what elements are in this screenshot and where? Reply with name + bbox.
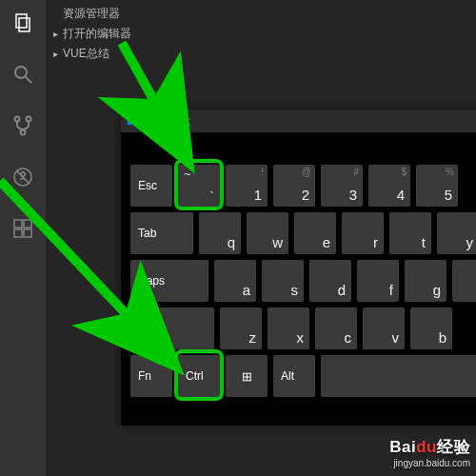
source-control-icon[interactable] [0,109,46,143]
chevron-right-icon: ▸ [53,49,63,59]
key-f[interactable]: f [357,260,399,302]
key-tab[interactable]: Tab [130,212,193,254]
key-w[interactable]: w [247,212,288,254]
svg-rect-12 [14,229,22,237]
activity-bar [0,0,46,476]
key-c[interactable]: c [315,307,357,349]
key-3[interactable]: #3 [321,165,363,207]
on-screen-keyboard-window: 屏幕键盘 Esc ~ ` !1 @2 #3 $4 %5 Tab q w e r … [121,109,476,426]
files-icon[interactable] [0,6,46,40]
watermark: Baidu经验 jingyan.baidu.com [389,436,470,468]
explorer-section-folder[interactable]: ▸ VUE总结 [46,44,476,64]
explorer-section-resources[interactable]: 资源管理器 [46,0,476,24]
svg-rect-10 [14,220,22,228]
search-icon[interactable] [0,57,46,91]
osk-titlebar[interactable]: 屏幕键盘 [121,109,476,132]
explorer-section-label: 资源管理器 [63,6,120,22]
key-backtick[interactable]: ~ ` [178,165,220,207]
keyboard-row-2: Tab q w e r t y [130,212,476,254]
explorer-section-label: 打开的编辑器 [63,26,131,42]
debug-icon[interactable] [0,160,46,194]
osk-body: Esc ~ ` !1 @2 #3 $4 %5 Tab q w e r t y C… [121,132,476,426]
key-b[interactable]: b [410,307,452,349]
key-caps[interactable]: Caps [130,260,208,302]
watermark-url: jingyan.baidu.com [389,458,470,468]
key-fn[interactable]: Fn [130,355,172,397]
keyboard-icon [127,116,140,126]
key-a[interactable]: a [214,260,256,302]
key-z[interactable]: z [220,307,262,349]
key-d[interactable]: d [309,260,351,302]
key-5[interactable]: %5 [416,165,458,207]
key-t[interactable]: t [389,212,431,254]
explorer-section-label: VUE总结 [63,46,109,62]
keyboard-row-5: Fn Ctrl ⊞ Alt [130,355,476,397]
osk-title: 屏幕键盘 [146,113,191,129]
key-y[interactable]: y [437,212,476,254]
svg-rect-13 [24,229,31,237]
key-2[interactable]: @2 [273,165,315,207]
extensions-icon[interactable] [0,211,46,246]
key-space[interactable] [321,355,476,397]
keyboard-row-4: S...t z x c v b [130,307,476,349]
keyboard-row-1: Esc ~ ` !1 @2 #3 $4 %5 [130,165,476,207]
keyboard-row-3: Caps a s d f g h [130,260,476,302]
watermark-brand-bai: Bai [389,438,416,456]
svg-rect-0 [16,14,27,28]
svg-rect-1 [19,18,30,31]
svg-line-3 [26,77,31,83]
svg-point-4 [15,117,20,122]
key-1[interactable]: !1 [226,165,268,207]
key-windows[interactable]: ⊞ [226,355,268,397]
key-h[interactable]: h [452,260,476,302]
svg-point-9 [21,172,25,176]
explorer-section-open-editors[interactable]: ▸ 打开的编辑器 [46,24,476,44]
key-x[interactable]: x [268,307,309,349]
key-e[interactable]: e [294,212,336,254]
svg-point-2 [15,67,27,78]
key-q[interactable]: q [199,212,241,254]
key-g[interactable]: g [405,260,446,302]
key-ctrl[interactable]: Ctrl [178,355,220,397]
key-4[interactable]: $4 [368,165,410,207]
chevron-right-icon: ▸ [53,29,63,39]
svg-rect-11 [24,220,31,228]
watermark-brand-suffix: 经验 [437,438,470,456]
key-r[interactable]: r [342,212,384,254]
key-s[interactable]: s [262,260,304,302]
windows-icon: ⊞ [242,369,252,384]
key-alt[interactable]: Alt [273,355,315,397]
key-shift[interactable]: S...t [130,307,214,349]
svg-point-5 [27,117,31,122]
svg-point-6 [21,130,26,135]
watermark-brand-du: du [416,438,437,456]
key-esc[interactable]: Esc [130,165,172,207]
key-v[interactable]: v [363,307,405,349]
